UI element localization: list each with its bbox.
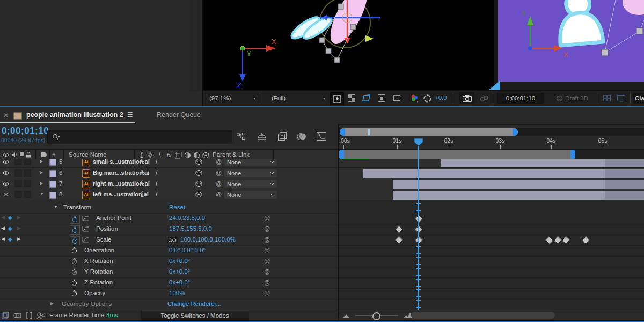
tab-render-queue[interactable]: Render Queue <box>157 111 201 119</box>
eye-icon[interactable] <box>2 171 10 175</box>
group-twirl-icon[interactable]: ▶ <box>50 301 54 306</box>
layer-twirl-icon[interactable]: ▼ <box>40 192 44 196</box>
layer-twirl-icon[interactable]: ▶ <box>40 181 43 186</box>
property-row[interactable]: ◀◆▶Anchor Point24.0,23.5,0.0@ <box>0 213 339 224</box>
property-pickwhip-icon[interactable]: @ <box>264 215 270 221</box>
property-row[interactable]: ◀◆▶Position187.5,155.5,0.0@ <box>0 224 339 235</box>
frame-blend-button[interactable] <box>276 131 289 142</box>
stopwatch-icon[interactable] <box>71 279 77 286</box>
layer-visibility-toggle[interactable] <box>2 192 10 197</box>
preview-timecode[interactable]: 0;00;01;10 <box>497 93 544 104</box>
mini-flowchart-button[interactable] <box>235 131 247 142</box>
toggle-transfer-controls-icon[interactable] <box>13 312 21 319</box>
graph-editor-button[interactable] <box>314 131 328 142</box>
keyframe-at-time-diamond[interactable]: ◆ <box>8 236 12 242</box>
renderer-button[interactable]: Clas <box>633 93 644 104</box>
property-row[interactable]: X Rotation0x+0.0°@ <box>0 256 339 267</box>
property-pickwhip-icon[interactable]: @ <box>264 268 270 275</box>
group-twirl-icon[interactable]: ▼ <box>54 204 58 209</box>
parent-pickwhip-icon[interactable]: @ <box>216 170 222 176</box>
toggle-layer-switches-icon[interactable] <box>2 312 9 319</box>
collapse-transformations-switch[interactable] <box>139 191 145 197</box>
collapse-transformations-switch[interactable] <box>139 170 145 176</box>
stopwatch-button[interactable] <box>70 236 80 245</box>
property-pickwhip-icon[interactable]: @ <box>264 247 270 253</box>
collapse-transformations-switch[interactable] <box>139 180 145 187</box>
work-area-bar[interactable] <box>339 150 575 159</box>
magnification-dropdown[interactable]: (97.1%) ▾ <box>207 93 258 104</box>
close-icon[interactable]: ✕ <box>3 112 9 119</box>
collapse-transformations-icon[interactable] <box>139 180 145 187</box>
stopwatch-button[interactable] <box>71 268 77 275</box>
reset-link[interactable]: Reset <box>169 204 185 210</box>
3d-layer-switch[interactable] <box>195 159 202 165</box>
stopwatch-button[interactable] <box>71 258 77 265</box>
include-in-graph-editor-icon[interactable] <box>82 215 89 221</box>
graph-editor-inclusion-button[interactable] <box>82 215 89 221</box>
choose-grid-guides-button[interactable] <box>375 92 388 104</box>
layer-av-cell[interactable] <box>24 191 31 198</box>
tab-composition[interactable]: people animation illustration 2 <box>26 111 123 119</box>
3d-layer-icon[interactable] <box>195 159 202 165</box>
take-snapshot-button[interactable] <box>459 92 474 104</box>
zoom-slider-knob[interactable] <box>372 312 380 320</box>
quality-switch[interactable]: / <box>156 169 157 177</box>
stopwatch-button[interactable] <box>70 215 80 224</box>
property-pickwhip-icon[interactable]: @ <box>264 290 270 296</box>
motion-blur-button[interactable] <box>295 131 308 142</box>
time-navigator-bar[interactable] <box>340 128 518 136</box>
layer-av-cell[interactable] <box>24 180 31 187</box>
current-time-display[interactable]: 0;00;01;10 <box>2 126 49 136</box>
stopwatch-button[interactable] <box>70 225 80 235</box>
property-row[interactable]: Z Rotation0x+0.0°@ <box>0 277 339 289</box>
layer-av-cell[interactable] <box>14 180 22 187</box>
eye-icon[interactable] <box>2 192 10 197</box>
parent-pickwhip-icon[interactable]: @ <box>216 180 222 187</box>
property-value[interactable]: 24.0,23.5,0.0 <box>169 215 205 221</box>
composition-view-right[interactable]: Y X Z <box>498 0 644 90</box>
stopwatch-icon[interactable] <box>72 226 78 233</box>
collapse-transformations-icon[interactable] <box>138 152 145 158</box>
prev-keyframe-arrow[interactable]: ◀ <box>1 215 5 220</box>
3d-layer-switch[interactable] <box>195 170 202 177</box>
layer-label-swatch[interactable] <box>49 192 56 199</box>
prev-keyframe-arrow[interactable]: ◀ <box>1 236 5 241</box>
eye-icon[interactable] <box>2 181 10 186</box>
property-value[interactable]: 0x+0.0° <box>169 268 190 275</box>
stopwatch-icon[interactable] <box>72 216 78 223</box>
parent-pickwhip-icon[interactable]: @ <box>216 191 222 197</box>
panel-menu-icon[interactable]: ☰ <box>127 111 133 119</box>
title-action-safe-button[interactable] <box>390 92 403 104</box>
quality-switch[interactable]: / <box>156 191 157 198</box>
property-row[interactable]: Orientation0.0°,0.0°,0.0°@ <box>0 245 339 257</box>
property-pickwhip-icon[interactable]: @ <box>264 225 270 232</box>
layer-visibility-toggle[interactable] <box>2 181 10 186</box>
property-row[interactable]: Opacity100%@ <box>0 288 339 299</box>
layer-label-swatch[interactable] <box>49 170 56 177</box>
collapse-transformations-icon[interactable] <box>139 191 145 197</box>
navigator-start-handle[interactable] <box>340 128 345 136</box>
3d-layer-switch[interactable] <box>195 191 202 198</box>
layer-av-cell[interactable] <box>24 159 31 165</box>
horizontal-scrollbar[interactable] <box>411 312 555 319</box>
geometry-options-row[interactable]: ▶Geometry OptionsChange Renderer... <box>0 299 339 310</box>
keyframe-at-time-diamond[interactable]: ◆ <box>8 215 12 221</box>
navigator-end-handle[interactable] <box>513 128 518 136</box>
3d-layer-icon[interactable] <box>195 180 202 187</box>
link-dimensions-icon[interactable] <box>168 238 177 243</box>
layer-av-cell[interactable] <box>24 169 31 177</box>
show-channel-button[interactable] <box>408 92 421 104</box>
include-in-graph-editor-icon[interactable] <box>82 226 89 232</box>
graph-editor-inclusion-button[interactable] <box>82 226 89 232</box>
property-value[interactable]: 0x+0.0° <box>169 258 190 264</box>
stopwatch-icon[interactable] <box>71 258 77 265</box>
transform-group-row[interactable]: ▼TransformReset <box>0 202 339 214</box>
stopwatch-button[interactable] <box>71 279 77 286</box>
layer-twirl-icon[interactable]: ▶ <box>40 170 43 175</box>
region-of-interest-button[interactable] <box>360 92 373 104</box>
layer-visibility-toggle[interactable] <box>2 159 10 164</box>
stopwatch-icon[interactable] <box>71 290 77 297</box>
link-dimensions-button[interactable] <box>167 237 178 243</box>
toggle-switches-modes-button[interactable]: Toggle Switches / Modes <box>141 311 249 320</box>
property-value[interactable]: 0.0°,0.0°,0.0° <box>169 247 206 253</box>
